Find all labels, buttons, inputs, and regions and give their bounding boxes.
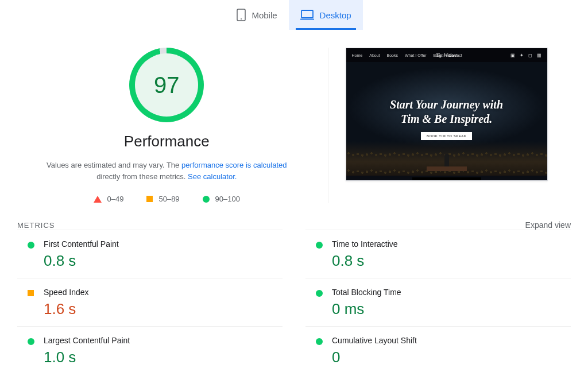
metric-name: Speed Index: [44, 288, 283, 297]
metric-si: Speed Index 1.6 s: [17, 278, 283, 326]
metric-name: Total Blocking Time: [332, 288, 571, 297]
square-icon: [146, 196, 153, 202]
facebook-icon: ▣: [510, 53, 515, 58]
metric-value: 0.8 s: [332, 252, 571, 270]
expand-view-button[interactable]: Expand view: [525, 220, 571, 230]
metric-tbt: Total Blocking Time 0 ms: [305, 278, 571, 326]
metric-value: 0: [332, 348, 571, 366]
metric-name: Time to Interactive: [332, 239, 571, 249]
metric-cls: Cumulative Layout Shift 0: [305, 326, 571, 372]
metric-value: 1.0 s: [44, 348, 283, 366]
page-preview: Home About Books What I Offer Blog Conta…: [346, 48, 548, 181]
legend-bad: 0–49: [107, 195, 124, 203]
score-calculated-link[interactable]: performance score is calculated: [181, 161, 287, 169]
metric-name: First Contentful Paint: [44, 239, 283, 249]
circle-icon: [316, 242, 323, 249]
metric-tti: Time to Interactive 0.8 s: [305, 230, 571, 278]
metric-lcp: Largest Contentful Paint 1.0 s: [17, 326, 283, 372]
legend-good: 90–100: [215, 195, 240, 203]
performance-gauge: 97: [129, 48, 204, 122]
tabs: Mobile Desktop: [0, 0, 588, 30]
metric-value: 0.8 s: [44, 252, 283, 270]
metric-fcp: First Contentful Paint 0.8 s: [17, 230, 283, 278]
preview-social-icons: ▣ ✦ ◻ ▦: [510, 53, 541, 58]
tab-desktop-label: Desktop: [320, 10, 351, 20]
circle-icon: [28, 242, 34, 249]
performance-title: Performance: [17, 133, 316, 150]
svg-rect-2: [301, 10, 313, 18]
triangle-icon: [94, 196, 102, 203]
desktop-icon: [300, 10, 314, 20]
circle-icon: [28, 338, 34, 345]
performance-summary: 97 Performance Values are estimated and …: [17, 48, 328, 203]
mobile-icon: [237, 9, 246, 21]
circle-icon: [316, 290, 323, 297]
circle-icon: [316, 338, 323, 345]
preview-nav: Home About Books What I Offer Blog Conta…: [352, 53, 462, 57]
svg-point-1: [241, 18, 242, 20]
metric-value: 1.6 s: [44, 300, 283, 318]
see-calculator-link[interactable]: See calculator.: [188, 172, 237, 181]
metrics-heading: METRICS: [17, 221, 55, 230]
performance-score: 97: [154, 72, 180, 98]
preview-headline-1: Start Your Journey with: [390, 98, 503, 112]
performance-description: Values are estimated and may vary. The p…: [17, 160, 316, 182]
metric-name: Cumulative Layout Shift: [332, 336, 571, 345]
tab-mobile-label: Mobile: [252, 10, 277, 20]
tab-mobile[interactable]: Mobile: [225, 0, 288, 30]
twitter-icon: ✦: [520, 53, 524, 58]
metric-value: 0 ms: [332, 300, 571, 318]
linkedin-icon: ▦: [537, 53, 541, 58]
circle-icon: [203, 196, 210, 203]
tab-desktop[interactable]: Desktop: [289, 0, 363, 30]
preview-headline-2: Tim & Be Inspired.: [390, 112, 503, 126]
metric-name: Largest Contentful Paint: [44, 336, 283, 345]
square-icon: [28, 290, 34, 296]
instagram-icon: ◻: [528, 53, 532, 58]
preview-cta: BOOK TIM TO SPEAK: [421, 132, 472, 140]
metrics-grid: First Contentful Paint 0.8 s Time to Int…: [0, 230, 588, 372]
score-legend: 0–49 50–89 90–100: [17, 195, 316, 203]
legend-avg: 50–89: [158, 195, 179, 203]
